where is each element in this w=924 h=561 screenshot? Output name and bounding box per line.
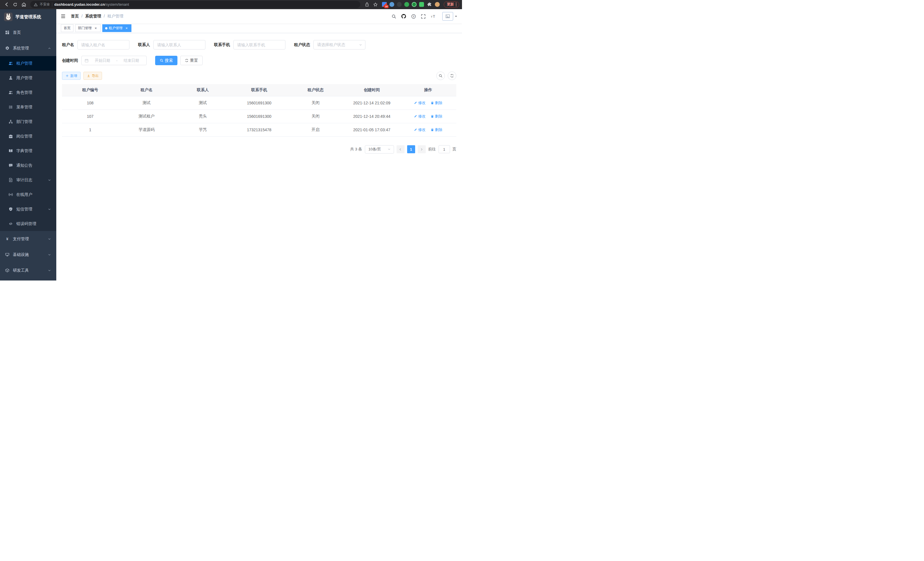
breadcrumb-home[interactable]: 首页 [71,14,85,19]
system-submenu: 租户管理 用户管理 角色管理 菜单管理 部门管理 [0,56,56,231]
sidebar-item-label: 菜单管理 [16,105,32,110]
tab-tenant[interactable]: 租户管理 × [102,24,131,32]
sidebar-item-user[interactable]: 用户管理 [0,71,56,85]
sidebar-item-dept[interactable]: 部门管理 [0,114,56,129]
extension-icon[interactable] [412,2,417,7]
security-label: 不安全 [40,2,50,7]
sidebar-item-pay[interactable]: 支付管理 [0,231,56,247]
extension-icon[interactable] [397,2,402,7]
col-actions: 操作 [400,84,456,96]
page-number-button[interactable]: 1 [407,145,415,153]
delete-label: 删除 [435,127,442,132]
tenant-icon [9,61,13,65]
bookmark-star-icon[interactable] [372,1,379,8]
sidebar-toggle-icon[interactable] [61,14,66,19]
sidebar-item-online-user[interactable]: 在线用户 [0,187,56,202]
code-icon [9,222,13,226]
sidebar-item-post[interactable]: 岗位管理 [0,129,56,144]
extension-icon[interactable] [419,2,424,7]
fullscreen-icon[interactable] [421,14,426,19]
edit-link[interactable]: 修改 [414,114,425,119]
sidebar-item-menu[interactable]: 菜单管理 [0,100,56,114]
shield-icon [9,207,13,211]
edit-link[interactable]: 修改 [414,127,425,132]
profile-avatar[interactable] [435,2,440,7]
share-icon[interactable] [363,1,370,8]
broken-image-icon [446,14,450,19]
edit-link[interactable]: 修改 [414,100,425,105]
toggle-search-button[interactable] [436,71,445,80]
delete-link[interactable]: 删除 [430,127,442,132]
app-logo[interactable]: 芋道管理系统 [0,9,56,25]
extension-icon[interactable]: 10 [382,2,387,7]
page-size-select[interactable]: 10条/页 [365,145,394,153]
sidebar-item-sms[interactable]: 短信管理 [0,202,56,217]
refresh-table-button[interactable] [448,71,456,80]
add-button[interactable]: 新增 [62,72,81,80]
sidebar-item-notice[interactable]: 通知公告 [0,158,56,173]
tenant-name-input[interactable] [77,40,129,50]
reset-button[interactable]: 重置 [180,56,202,65]
user-avatar[interactable] [442,12,458,21]
address-bar[interactable]: 不安全 dashboard.yudao.iocoder.cn/system/te… [30,1,360,8]
breadcrumb-system[interactable]: 系统管理 [85,14,107,19]
font-size-icon[interactable] [430,14,436,19]
sidebar-item-dev-tool[interactable]: 研发工具 [0,262,56,278]
tenant-id-cell: 1 [62,123,118,136]
extension-icon[interactable] [404,2,409,7]
extensions-puzzle-icon[interactable] [427,1,432,8]
help-icon[interactable] [411,14,416,19]
sidebar-item-system[interactable]: 系统管理 [0,40,56,56]
filter-row-1: 租户名 联系人 联系手机 租户状态 请选择租户状态 [62,40,456,50]
next-page-button[interactable] [418,145,426,153]
search-button-label: 搜索 [165,58,173,63]
date-start-placeholder: 开始日期 [90,58,115,63]
delete-link[interactable]: 删除 [430,100,442,105]
goto-label: 前往 [428,147,436,152]
sidebar-item-audit-log[interactable]: 审计日志 [0,173,56,187]
browser-chrome: 不安全 dashboard.yudao.iocoder.cn/system/te… [0,0,462,9]
url-path: /system/tenant [105,2,129,7]
goto-page-input[interactable] [439,145,450,153]
prev-page-button[interactable] [397,145,405,153]
browser-reload-button[interactable] [11,1,19,8]
tab-dept[interactable]: 部门管理 × [75,24,100,32]
browser-back-button[interactable] [3,1,10,8]
sidebar-item-tenant[interactable]: 租户管理 [0,56,56,71]
contact-input[interactable] [153,40,206,50]
create-time-label: 创建时间 [62,58,78,63]
sidebar-item-role[interactable]: 角色管理 [0,85,56,100]
tenant-name-cell: 测试 [118,96,175,110]
tenant-status-select[interactable]: 请选择租户状态 [314,40,365,50]
app-title: 芋道管理系统 [15,14,41,20]
tab-home[interactable]: 首页 [61,24,74,32]
update-button[interactable]: 更新 [444,2,459,8]
table-row: 1 芋道源码 芋艿 17321315478 开启 2021-01-05 17:0… [62,123,456,136]
extension-icon[interactable] [389,2,394,7]
browser-menu-icon[interactable] [456,3,457,6]
browser-home-button[interactable] [20,1,27,8]
sidebar-item-error-code[interactable]: 错误码管理 [0,217,56,231]
tabs-bar: 首页 部门管理 × 租户管理 × [56,23,462,33]
sidebar-item-home[interactable]: 首页 [0,25,56,40]
header-search-icon[interactable] [392,14,396,19]
delete-link[interactable]: 删除 [430,114,442,119]
org-tree-icon [9,120,13,124]
tab-close-icon[interactable]: × [94,26,98,30]
github-icon[interactable] [401,14,406,19]
sidebar-item-dict[interactable]: 字典管理 [0,144,56,158]
export-button[interactable]: 导出 [83,72,102,80]
select-placeholder: 请选择租户状态 [317,42,345,47]
table-header-row: 租户编号 租户名 联系人 联系手机 租户状态 创建时间 操作 [62,84,456,96]
tab-close-icon[interactable]: × [124,26,129,30]
phone-input[interactable] [233,40,285,50]
table-toolbar: 新增 导出 [62,71,456,80]
sidebar-menu: 首页 系统管理 租户管理 用户管理 角色管理 [0,25,56,281]
col-tenant-id: 租户编号 [62,84,118,96]
sidebar-item-label: 审计日志 [16,177,32,183]
search-button[interactable]: 搜索 [155,56,177,65]
arrow-right-icon [420,147,423,151]
create-time-range-picker[interactable]: 开始日期 - 结束日期 [81,56,147,65]
navbar: 首页 系统管理 租户管理 [56,9,462,23]
sidebar-item-infra[interactable]: 基础设施 [0,247,56,262]
